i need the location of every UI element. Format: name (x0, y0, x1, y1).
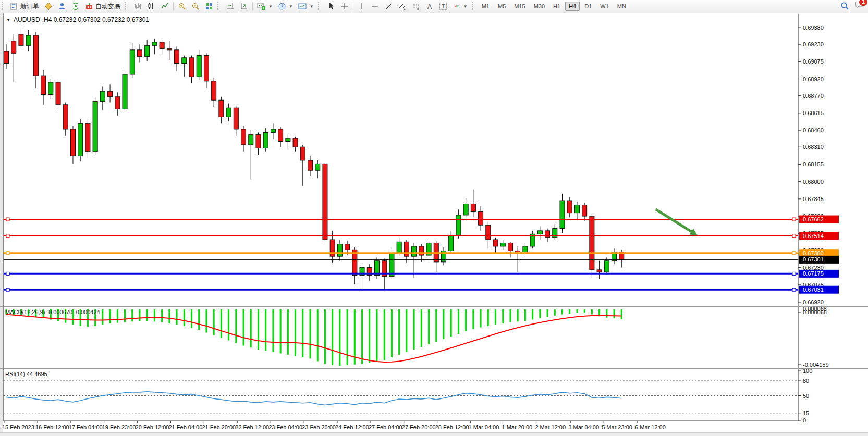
svg-text:100: 100 (803, 368, 812, 374)
svg-text:A: A (427, 3, 432, 10)
toolbar-grip[interactable] (472, 2, 475, 10)
svg-text:1 Mar 20:00: 1 Mar 20:00 (502, 424, 533, 430)
text-tool-icon: A (425, 2, 434, 10)
template-icon (298, 2, 307, 10)
autotrading-label: 自动交易 (95, 2, 120, 11)
line-chart-button[interactable] (158, 1, 172, 12)
chart-window[interactable]: 0.693800.692300.690750.689200.687700.686… (0, 13, 868, 436)
new-chart-icon (257, 2, 266, 10)
chart-canvas[interactable]: 0.693800.692300.690750.689200.687700.686… (0, 13, 868, 436)
svg-text:0.68000: 0.68000 (803, 179, 824, 185)
period-button[interactable]: ▼ (275, 1, 296, 12)
bar-chart-button[interactable] (131, 1, 144, 12)
chevron-down-icon: ▼ (268, 4, 273, 9)
tab-timeframe-m5[interactable]: M5 (494, 2, 509, 11)
vertical-line-icon (358, 2, 366, 10)
autotrading-button[interactable]: 自动交易 (82, 1, 123, 12)
new-order-label: 新订单 (20, 2, 39, 11)
svg-text:20 Feb 12:00: 20 Feb 12:00 (136, 424, 169, 430)
svg-text:0.68460: 0.68460 (803, 127, 824, 133)
svg-text:21 Feb 20:00: 21 Feb 20:00 (202, 424, 236, 430)
mt4-terminal: { "toolbar": { "new_order_label": "新订单",… (0, 0, 868, 436)
svg-text:0.68310: 0.68310 (803, 144, 824, 150)
equidistant-channel-icon: E (398, 2, 407, 10)
fibonacci-button[interactable]: F (409, 1, 423, 12)
zoom-in-button[interactable] (175, 1, 189, 12)
chevron-down-icon: ▼ (463, 4, 468, 9)
svg-text:15 Feb 2023: 15 Feb 2023 (2, 424, 34, 430)
toolbar-grip[interactable] (217, 2, 221, 10)
svg-text:0.68770: 0.68770 (803, 93, 824, 99)
svg-text:0.67514: 0.67514 (803, 233, 824, 239)
tab-timeframe-h4[interactable]: H4 (565, 2, 580, 11)
new-order-button[interactable]: 新订单 (8, 1, 42, 12)
pane-frames (0, 13, 868, 436)
svg-text:0.69075: 0.69075 (803, 58, 824, 65)
svg-text:0.67175: 0.67175 (803, 270, 824, 277)
candlestick-chart-button[interactable] (144, 1, 158, 12)
text-label-button[interactable]: T (436, 1, 450, 12)
svg-text:F: F (417, 8, 419, 11)
tab-timeframe-m30[interactable]: M30 (530, 2, 548, 11)
signals-button[interactable] (69, 1, 82, 12)
svg-text:0.69230: 0.69230 (803, 41, 824, 47)
tab-timeframe-m1[interactable]: M1 (478, 2, 493, 11)
svg-text:▼: ▼ (6, 18, 10, 22)
svg-text:0: 0 (803, 417, 806, 423)
horizontal-line-button[interactable] (369, 1, 382, 12)
svg-text:0.69380: 0.69380 (803, 24, 824, 31)
svg-text:16 Feb 12:00: 16 Feb 12:00 (35, 424, 69, 430)
svg-text:0.67662: 0.67662 (803, 216, 824, 222)
svg-text:0.67301: 0.67301 (803, 256, 824, 263)
crosshair-button[interactable] (338, 1, 351, 12)
tab-timeframe-h1[interactable]: H1 (549, 2, 564, 11)
chevron-down-icon: ▼ (289, 4, 293, 9)
chevron-down-icon: ▼ (310, 4, 314, 9)
svg-text:0.68155: 0.68155 (803, 161, 824, 167)
equidistant-channel-button[interactable]: E (396, 1, 409, 12)
notifications-button[interactable]: 1 (854, 1, 864, 11)
zoom-in-icon (178, 2, 186, 10)
arrows-tool-icon (453, 2, 461, 10)
search-icon[interactable] (840, 2, 849, 10)
trendline-button[interactable] (382, 1, 396, 12)
svg-text:0.67031: 0.67031 (803, 286, 824, 293)
auto-scroll-button[interactable] (237, 1, 251, 12)
arrows-tool-button[interactable]: ▼ (450, 1, 470, 12)
auto-scroll-icon (240, 2, 248, 10)
svg-text:1 Mar 04:00: 1 Mar 04:00 (469, 424, 499, 430)
tab-timeframe-m15[interactable]: M15 (510, 2, 529, 11)
toolbar-grip[interactable] (125, 2, 128, 10)
text-tool-button[interactable]: A (423, 1, 436, 12)
vertical-line-button[interactable] (355, 1, 369, 12)
svg-text:27 Feb 04:00: 27 Feb 04:00 (369, 424, 402, 430)
svg-text:RSI(14) 44.4695: RSI(14) 44.4695 (5, 371, 47, 377)
cursor-button[interactable] (324, 1, 338, 12)
svg-text:T: T (442, 4, 445, 9)
tab-timeframe-mn[interactable]: MN (614, 2, 630, 11)
svg-text:2 Mar 12:00: 2 Mar 12:00 (535, 424, 566, 430)
bar-chart-icon (133, 2, 142, 10)
tab-timeframe-d1[interactable]: D1 (581, 2, 595, 11)
toolbar-grip[interactable] (318, 2, 322, 10)
toolbar-grip[interactable] (2, 2, 5, 10)
zoom-out-button[interactable] (189, 1, 202, 12)
history-center-button[interactable] (42, 1, 55, 12)
fibonacci-icon: F (412, 2, 420, 10)
svg-text:-0.004159: -0.004159 (803, 362, 829, 368)
gold-diamond-icon (44, 2, 53, 10)
tab-timeframe-w1[interactable]: W1 (596, 2, 613, 11)
tile-windows-button[interactable] (202, 1, 216, 12)
crosshair-icon (340, 2, 349, 10)
svg-text:80: 80 (803, 378, 809, 384)
svg-text:0.68615: 0.68615 (803, 110, 824, 116)
new-chart-button[interactable]: ▼ (254, 1, 275, 12)
template-button[interactable]: ▼ (296, 1, 316, 12)
svg-text:17 Feb 04:00: 17 Feb 04:00 (69, 424, 103, 430)
profile-button[interactable] (55, 1, 69, 12)
svg-text:0.67845: 0.67845 (803, 196, 824, 202)
chart-shift-button[interactable] (224, 1, 237, 12)
svg-text:5 Mar 23:00: 5 Mar 23:00 (602, 424, 632, 430)
cursor-icon (327, 2, 335, 10)
clock-icon (278, 2, 286, 10)
